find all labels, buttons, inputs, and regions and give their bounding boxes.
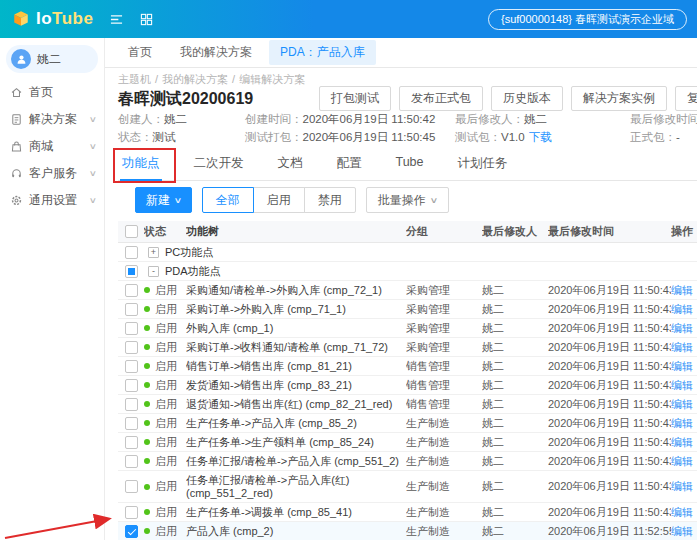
group-row-cell: +PC功能点 bbox=[144, 243, 697, 261]
row-checkbox[interactable] bbox=[125, 322, 138, 335]
header-action-button[interactable]: 复制 bbox=[675, 86, 697, 111]
table-row[interactable]: 启用退货通知->销售出库(红) (cmp_82_21_red)销售管理姚二202… bbox=[118, 395, 697, 414]
row-checkbox[interactable] bbox=[125, 360, 138, 373]
edit-link[interactable]: 编辑 bbox=[671, 455, 693, 467]
status-cell: 启用 bbox=[144, 300, 186, 318]
status-dot-enabled bbox=[144, 458, 150, 464]
status-cell: 启用 bbox=[144, 395, 186, 413]
edit-link[interactable]: 编辑 bbox=[671, 525, 693, 537]
section-tab-4[interactable]: Tube bbox=[394, 149, 426, 180]
row-checkbox[interactable] bbox=[125, 246, 138, 259]
table-row[interactable]: 启用生产任务单->产品入库 (cmp_85_2)生产制造姚二2020年06月19… bbox=[118, 414, 697, 433]
modified-by-cell: 姚二 bbox=[482, 281, 548, 299]
status-dot-enabled bbox=[144, 306, 150, 312]
collapse-menu-icon[interactable] bbox=[109, 13, 124, 26]
table-row[interactable]: 启用采购订单->收料通知/请检单 (cmp_71_72)采购管理姚二2020年0… bbox=[118, 338, 697, 357]
row-checkbox[interactable] bbox=[125, 265, 138, 278]
table-row[interactable]: +PC功能点 bbox=[118, 243, 697, 262]
section-tab-1[interactable]: 二次开发 bbox=[192, 149, 246, 180]
table-row[interactable]: 启用任务单汇报/请检单->产品入库(红)(cmp_551_2_red)生产制造姚… bbox=[118, 471, 697, 503]
group-cell: 生产制造 bbox=[406, 452, 482, 470]
section-tab-3[interactable]: 配置 bbox=[335, 149, 364, 180]
meta-item: 最后修改人：姚二 bbox=[455, 112, 630, 127]
edit-link[interactable]: 编辑 bbox=[671, 341, 693, 353]
app-logo[interactable]: IoTube bbox=[12, 9, 93, 29]
edit-link[interactable]: 编辑 bbox=[671, 436, 693, 448]
header-action-button[interactable]: 发布正式包 bbox=[399, 86, 483, 111]
modified-time-cell: 2020年06月19日 11:50:43 bbox=[548, 319, 671, 337]
breadcrumb-item[interactable]: 编辑解决方案 bbox=[239, 73, 305, 85]
table-row[interactable]: 启用采购通知/请检单->外购入库 (cmp_72_1)采购管理姚二2020年06… bbox=[118, 281, 697, 300]
row-checkbox[interactable] bbox=[125, 379, 138, 392]
row-checkbox[interactable] bbox=[125, 303, 138, 316]
section-tab-2[interactable]: 文档 bbox=[276, 149, 305, 180]
edit-link[interactable]: 编辑 bbox=[671, 398, 693, 410]
section-tab-0[interactable]: 功能点 bbox=[120, 149, 162, 181]
row-checkbox[interactable] bbox=[125, 480, 138, 493]
table-row[interactable]: 启用外购入库 (cmp_1)采购管理姚二2020年06月19日 11:50:43… bbox=[118, 319, 697, 338]
table-row[interactable]: 启用销售订单->销售出库 (cmp_81_21)销售管理姚二2020年06月19… bbox=[118, 357, 697, 376]
header-action-button[interactable]: 解决方案实例 bbox=[571, 86, 667, 111]
new-button[interactable]: 新建 ∨ bbox=[135, 187, 192, 213]
sidebar-item-mall[interactable]: 商城∨ bbox=[0, 133, 104, 160]
status-cell: 启用 bbox=[144, 338, 186, 356]
nav-tab-2[interactable]: PDA：产品入库 bbox=[269, 40, 376, 65]
sidebar-item-label: 首页 bbox=[29, 84, 53, 101]
sidebar-item-home[interactable]: 首页 bbox=[0, 79, 104, 106]
table-row[interactable]: 启用生产任务单->调拨单 (cmp_85_41)生产制造姚二2020年06月19… bbox=[118, 503, 697, 522]
apps-grid-icon[interactable] bbox=[140, 13, 153, 26]
table-row[interactable]: 启用生产任务单->生产领料单 (cmp_85_24)生产制造姚二2020年06月… bbox=[118, 433, 697, 452]
download-link[interactable]: 下载 bbox=[529, 131, 552, 143]
table-row[interactable]: 启用采购订单->外购入库 (cmp_71_1)采购管理姚二2020年06月19日… bbox=[118, 300, 697, 319]
edit-link[interactable]: 编辑 bbox=[671, 417, 693, 429]
tenant-badge[interactable]: {suf00000148} 春晖测试演示企业域 bbox=[488, 9, 687, 30]
filter-button-0[interactable]: 全部 bbox=[202, 187, 254, 213]
breadcrumb-item[interactable]: 主题机 bbox=[118, 73, 151, 85]
function-tree-cell: 退货通知->销售出库(红) (cmp_82_21_red) bbox=[186, 395, 406, 413]
edit-link[interactable]: 编辑 bbox=[671, 284, 693, 296]
section-tab-5[interactable]: 计划任务 bbox=[456, 149, 510, 180]
row-checkbox[interactable] bbox=[125, 436, 138, 449]
row-checkbox[interactable] bbox=[125, 525, 138, 538]
logo-tube: Tube bbox=[52, 9, 93, 28]
meta-value: V1.0 bbox=[501, 131, 525, 143]
sidebar-item-solution[interactable]: 解决方案∨ bbox=[0, 106, 104, 133]
row-checkbox[interactable] bbox=[125, 455, 138, 468]
edit-link[interactable]: 编辑 bbox=[671, 379, 693, 391]
edit-link[interactable]: 编辑 bbox=[671, 303, 693, 315]
header-action-button[interactable]: 历史版本 bbox=[491, 86, 563, 111]
header-action-button[interactable]: 打包测试 bbox=[319, 86, 391, 111]
row-checkbox[interactable] bbox=[125, 398, 138, 411]
new-button-label: 新建 bbox=[146, 192, 170, 209]
edit-link[interactable]: 编辑 bbox=[671, 506, 693, 518]
batch-operations-button[interactable]: 批量操作 ∨ bbox=[366, 187, 449, 213]
edit-link[interactable]: 编辑 bbox=[671, 480, 693, 492]
edit-link[interactable]: 编辑 bbox=[671, 322, 693, 334]
group-row-cell: -PDA功能点 bbox=[144, 262, 697, 280]
sidebar-item-settings[interactable]: 通用设置∨ bbox=[0, 187, 104, 214]
sidebar-item-customer-service[interactable]: 客户服务∨ bbox=[0, 160, 104, 187]
function-tree-cell: 生产任务单->生产领料单 (cmp_85_24) bbox=[186, 433, 406, 451]
table-row[interactable]: -PDA功能点 bbox=[118, 262, 697, 281]
nav-tab-1[interactable]: 我的解决方案 bbox=[169, 40, 263, 65]
table-row[interactable]: 启用任务单汇报/请检单->产品入库 (cmp_551_2)生产制造姚二2020年… bbox=[118, 452, 697, 471]
breadcrumb-item[interactable]: 我的解决方案 bbox=[162, 73, 228, 85]
select-all-checkbox[interactable] bbox=[125, 225, 138, 238]
row-checkbox[interactable] bbox=[125, 284, 138, 297]
table-row[interactable]: 启用产品入库 (cmp_2)生产制造姚二2020年06月19日 11:52:55… bbox=[118, 522, 697, 540]
table-header-row: 状态功能树分组最后修改人最后修改时间操作 bbox=[118, 221, 697, 243]
nav-tab-0[interactable]: 首页 bbox=[117, 40, 163, 65]
row-checkbox[interactable] bbox=[125, 417, 138, 430]
meta-label: 创建时间： bbox=[245, 113, 303, 125]
edit-link[interactable]: 编辑 bbox=[671, 360, 693, 372]
status-cell: 启用 bbox=[144, 319, 186, 337]
collapse-icon[interactable]: - bbox=[148, 266, 159, 277]
expand-icon[interactable]: + bbox=[148, 247, 159, 258]
row-checkbox[interactable] bbox=[125, 341, 138, 354]
user-profile[interactable]: 姚二 bbox=[6, 45, 98, 73]
row-checkbox[interactable] bbox=[125, 506, 138, 519]
table-row[interactable]: 启用发货通知->销售出库 (cmp_83_21)销售管理姚二2020年06月19… bbox=[118, 376, 697, 395]
status-label: 启用 bbox=[155, 322, 177, 335]
filter-button-1[interactable]: 启用 bbox=[253, 187, 305, 213]
filter-button-2[interactable]: 禁用 bbox=[304, 187, 356, 213]
